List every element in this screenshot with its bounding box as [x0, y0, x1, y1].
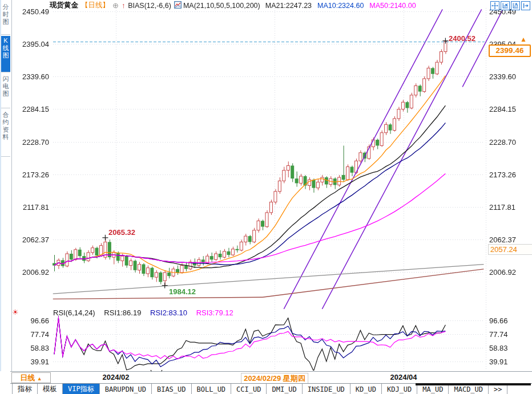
- tab-boll-ud[interactable]: BOLL_UD: [192, 384, 232, 394]
- trading-app-window: 现货黄金 【日线】 ⊕ ↑ BIAS(12,-6,6) MA(21,10,50,…: [0, 0, 532, 394]
- sidebar-item-3[interactable]: 闪电图: [1, 74, 10, 108]
- sidebar-item-2[interactable]: K线图: [1, 36, 10, 72]
- date-axis-row: 日线 ▲ 2024/022024/02/29 星期四2024/04: [10, 371, 532, 384]
- price-tick-label: 2284.15: [489, 105, 530, 113]
- chart-header: 现货黄金 【日线】 ⊕ ↑ BIAS(12,-6,6) MA(21,10,50,…: [50, 1, 419, 10]
- symbol-name: 现货黄金: [50, 1, 78, 10]
- price-tick-label: 2228.70: [14, 138, 49, 147]
- rsi-tick-label: 96.66: [489, 316, 530, 325]
- tab-inside-ud[interactable]: INSIDE_UD: [303, 384, 350, 394]
- chart-icon: [174, 1, 182, 10]
- chart-type-sidebar: 分时图K线图闪电图合约资料: [0, 0, 12, 371]
- pan-crosshair-icon[interactable]: [490, 1, 499, 10]
- chart-toolbar: [490, 1, 530, 10]
- rsi2-value: RSI2:83.10: [150, 308, 187, 317]
- date-tick-label: 2024/02: [103, 373, 130, 381]
- price-tick-label: 2006.92: [14, 268, 49, 277]
- price-tick-label: 2006.92: [489, 268, 530, 277]
- rsi3-value: RSI3:79.12: [196, 308, 233, 317]
- buy-signal-icon: ↑: [122, 2, 125, 10]
- period-label: 【日线】: [81, 1, 110, 10]
- price-tick-label: 2173.26: [14, 170, 49, 179]
- indicator-settings-sun-icon[interactable]: ☀: [12, 308, 19, 316]
- sidebar-separator: [1, 34, 10, 35]
- secondary-price-box: 2057.24: [488, 244, 532, 255]
- price-tick-label: 2062.37: [489, 235, 530, 244]
- sidebar-separator: [1, 108, 10, 108]
- price-tick-label: 2339.60: [489, 72, 530, 81]
- tab-barupdn-ud[interactable]: BARUPDN_UD: [100, 384, 152, 394]
- tab-vip指标[interactable]: VIP指标: [63, 384, 100, 394]
- price-tick-label: 2339.60: [14, 72, 49, 81]
- add-indicator-icon[interactable]: ⊕: [112, 1, 119, 10]
- price-up-arrow-icon: ▲: [520, 35, 527, 43]
- rsi-tick-label: 96.66: [14, 316, 49, 325]
- rsi-tick-label: 58.83: [14, 344, 49, 352]
- tab-dmi-ud[interactable]: DMI_UD: [267, 384, 302, 394]
- rsi-header: RSI(6,14,24) RSI1:86.19 RSI2:83.10 RSI3:…: [53, 308, 240, 317]
- kline-chart-canvas[interactable]: [0, 0, 532, 394]
- sidebar-item-1[interactable]: 分时图: [1, 2, 10, 34]
- tab-指标[interactable]: 指标: [13, 384, 38, 394]
- latest-high-label: 2400.52: [449, 34, 475, 43]
- axis-scale-left-icon[interactable]: [501, 1, 510, 10]
- price-tick-label: 2117.81: [489, 203, 530, 212]
- rsi-params-label[interactable]: RSI(6,14,24): [53, 308, 95, 317]
- axis-scale-right-icon[interactable]: [511, 1, 520, 10]
- date-tick-label: 2024/04: [390, 373, 417, 381]
- tab-cci-ud[interactable]: CCI_UD: [231, 384, 267, 394]
- tab-kdj-ud[interactable]: KDJ_UD: [382, 384, 417, 394]
- current-price-box: 2399.46: [489, 44, 531, 57]
- rsi-tick-label: 77.74: [489, 330, 530, 339]
- ma21-value: MA21:2247.23: [265, 2, 312, 10]
- tab-模板[interactable]: 模板: [38, 384, 63, 394]
- ma50-value: MA50:2140.00: [369, 2, 416, 10]
- rsi-tick-label: 58.83: [489, 344, 530, 352]
- bias-params-label[interactable]: BIAS(12,-6,6): [128, 2, 171, 10]
- ma10-value: MA10:2324.60: [317, 2, 364, 10]
- ma-params-label[interactable]: MA(21,10,50,5,100,200): [183, 2, 260, 10]
- date-ticks: 2024/022024/02/29 星期四2024/04: [0, 372, 532, 384]
- sidebar-separator: [1, 156, 10, 157]
- horizontal-scrollbar-thumb[interactable]: [416, 383, 531, 385]
- tab-kd-ud[interactable]: KD_UD: [350, 384, 382, 394]
- sidebar-separator: [1, 72, 10, 72]
- sidebar-item-4[interactable]: 合约资料: [1, 110, 10, 156]
- date-tick-label: 2024/02/29 星期四: [241, 373, 308, 384]
- price-tick-label: 2173.26: [489, 170, 530, 179]
- rsi1-value: RSI1:86.19: [104, 308, 141, 317]
- price-tick-label: 2395.04: [14, 40, 49, 48]
- price-tick-label: 2284.15: [14, 105, 49, 113]
- rsi-tick-label: 77.74: [14, 330, 49, 339]
- swing-low-label: 1984.12: [169, 287, 196, 296]
- page-forward-icon[interactable]: [521, 1, 530, 10]
- tab-bias-ud[interactable]: BIAS_UD: [152, 384, 192, 394]
- price-tick-label: 2450.49: [14, 7, 49, 16]
- price-tick-label: 2062.37: [14, 235, 49, 244]
- price-tick-label: 2117.81: [14, 203, 49, 212]
- swing-high-label: 2065.32: [108, 228, 135, 237]
- price-tick-label: 2228.70: [489, 138, 530, 147]
- rsi-tick-label: 39.91: [14, 358, 49, 366]
- rsi-tick-label: 39.91: [489, 358, 530, 366]
